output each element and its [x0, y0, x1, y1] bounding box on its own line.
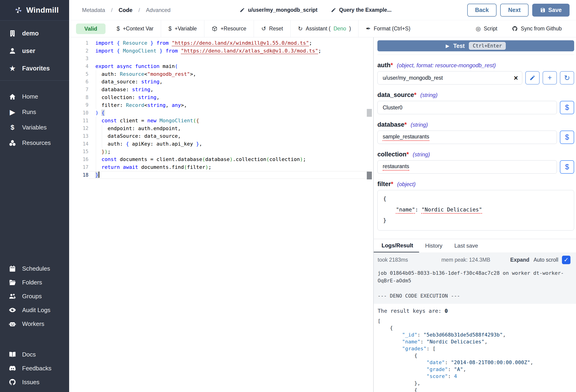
- sidebar-nav-group: Home▶Runs$VariablesResources: [0, 89, 69, 151]
- toolbar-context-var[interactable]: $+Context Var: [109, 20, 161, 37]
- sidebar-item-issues[interactable]: Issues: [0, 375, 69, 389]
- insert-variable-button[interactable]: $: [560, 160, 574, 174]
- sidebar-item-runs[interactable]: ▶Runs: [0, 104, 69, 120]
- code-token: [378, 360, 427, 365]
- script-summary-chip[interactable]: Query the Example...: [331, 7, 392, 13]
- sidebar-item-label: Audit Logs: [22, 307, 51, 314]
- sidebar-item-demo[interactable]: demo: [0, 25, 69, 42]
- toolbar-sync-from-github[interactable]: Sync from Github: [505, 20, 569, 37]
- calendar-icon: [8, 265, 17, 272]
- sidebar-item-variables[interactable]: $Variables: [0, 120, 69, 135]
- toolbar-resource[interactable]: +Resource: [204, 20, 254, 37]
- result-block: The result keys are: 0 [ { "_id": "5eb3d…: [377, 304, 574, 392]
- code-token: "name": [402, 339, 420, 345]
- header-tab-advanced[interactable]: Advanced: [146, 7, 171, 13]
- sidebar-item-workers[interactable]: Workers: [0, 317, 69, 331]
- autoscroll-checkbox[interactable]: ✓: [562, 256, 571, 264]
- auth-input[interactable]: u/user/my_mongodb_rest×: [377, 71, 522, 84]
- data_source-input[interactable]: Cluster0: [377, 101, 557, 114]
- toolbar-variable[interactable]: $+Variable: [161, 20, 204, 37]
- required-asterisk: *: [406, 151, 409, 158]
- code-token: (: [184, 164, 187, 170]
- code-editor[interactable]: 1import { Resource } from "https://deno.…: [69, 37, 373, 392]
- editor-toolbar: Valid $+Context Var$+Variable+Resource↺R…: [69, 20, 576, 37]
- toolbar-format-ctrls[interactable]: ✒Format (Ctrl+S): [358, 20, 418, 37]
- sidebar-item-user[interactable]: user: [0, 42, 69, 60]
- sidebar-item-label: Favorites: [22, 65, 50, 72]
- code-token: (: [202, 156, 205, 162]
- result-tabs: Logs/ResultHistoryLast save: [377, 239, 574, 252]
- sidebar-item-home[interactable]: Home: [0, 89, 69, 104]
- sidebar-item-favorites[interactable]: ★Favorites: [0, 60, 69, 77]
- toolbar-reset[interactable]: ↺Reset: [254, 20, 290, 37]
- header-tab-metadata[interactable]: Metadata: [82, 7, 105, 13]
- field-name: filter: [377, 181, 391, 188]
- tab-last-save[interactable]: Last save: [448, 239, 484, 252]
- sidebar-item-feedbacks[interactable]: Feedbacks: [0, 361, 69, 375]
- line-number: 13: [69, 133, 93, 139]
- code-token: [156, 118, 159, 123]
- toolbar-assistant[interactable]: ↻Assistant (Deno): [290, 20, 358, 37]
- edit-resource-button[interactable]: [525, 71, 540, 84]
- logs-block: took 2183ms mem peak: 124.3MB Expand Aut…: [374, 252, 576, 304]
- code-line: 11 const client = new MongoClient({: [69, 117, 373, 125]
- collection-input[interactable]: restaurants: [377, 160, 557, 174]
- sidebar-item-groups[interactable]: Groups: [0, 289, 69, 303]
- sidebar-item-label: Schedules: [22, 265, 50, 272]
- back-button[interactable]: Back: [467, 4, 497, 17]
- code-token: filter: [187, 164, 205, 170]
- result-keys-line: The result keys are: 0: [378, 308, 574, 314]
- tab-logs-result[interactable]: Logs/Result: [374, 239, 419, 252]
- sidebar-item-docs[interactable]: Docs: [0, 348, 69, 361]
- line-number: 14: [69, 141, 93, 147]
- code-token: Resource: [123, 40, 147, 46]
- code-line-text: collection: string,: [93, 93, 159, 101]
- header-tab-code[interactable]: Code: [119, 7, 133, 13]
- code-line-text: database: string,: [93, 86, 153, 93]
- json-editor-line: "name": "Nordic Delicacies": [383, 204, 568, 215]
- code-token: [132, 63, 135, 69]
- next-button[interactable]: Next: [500, 4, 528, 17]
- code-token: "grades": [402, 346, 427, 351]
- book-icon: [8, 351, 17, 358]
- refresh-resource-button[interactable]: ↻: [560, 71, 574, 84]
- insert-variable-button[interactable]: $: [560, 131, 574, 144]
- database-input[interactable]: sample_restaurants: [377, 131, 557, 144]
- code-line-text: ) {: [93, 109, 105, 117]
- tab-history[interactable]: History: [419, 239, 448, 252]
- toolbar-item-label: Assistant (: [306, 26, 330, 32]
- mem-peak: mem peak: 124.3MB: [441, 257, 490, 263]
- editor-scrollbar-thumb[interactable]: [367, 109, 372, 117]
- code-token: await: [123, 164, 138, 170]
- reset-icon: ↺: [261, 25, 266, 32]
- discord-icon: [8, 364, 17, 372]
- logs-meta-row: took 2183ms mem peak: 124.3MB Expand Aut…: [378, 256, 571, 264]
- field-row-collection: restaurants$: [377, 160, 574, 174]
- code-token: string: [147, 102, 165, 108]
- test-label: Test: [453, 43, 465, 49]
- sidebar-item-folders[interactable]: Folders: [0, 276, 69, 289]
- code-token: database: [205, 156, 230, 162]
- sidebar-item-schedules[interactable]: Schedules: [0, 262, 69, 276]
- code-token: }: [383, 217, 386, 224]
- clear-icon[interactable]: ×: [514, 74, 518, 82]
- toolbar-script[interactable]: ◎Script: [468, 20, 505, 37]
- field-name: data_source: [377, 91, 414, 98]
- add-resource-button[interactable]: +: [543, 71, 557, 84]
- field-type: (string): [419, 92, 437, 98]
- code-token: [178, 48, 181, 54]
- insert-variable-button[interactable]: $: [560, 101, 574, 114]
- test-button[interactable]: ▶ Test Ctrl+Enter: [377, 40, 574, 51]
- expand-button[interactable]: Expand: [510, 257, 529, 263]
- workspace-logo[interactable]: Windmill: [0, 0, 69, 21]
- code-token: main: [159, 63, 175, 69]
- required-asterisk: *: [391, 181, 394, 188]
- filter-json-editor[interactable]: { "name": "Nordic Delicacies"}: [377, 190, 574, 230]
- windmill-logo-icon: [14, 6, 23, 14]
- script-path-chip[interactable]: u/user/my_mongodb_script: [240, 7, 317, 13]
- text-cursor: [99, 171, 99, 178]
- save-button[interactable]: Save: [532, 4, 570, 17]
- sidebar-item-resources[interactable]: Resources: [0, 135, 69, 151]
- sidebar-item-audit-logs[interactable]: Audit Logs: [0, 303, 69, 317]
- breadcrumb: Metadata/Code/Advanced: [82, 7, 171, 13]
